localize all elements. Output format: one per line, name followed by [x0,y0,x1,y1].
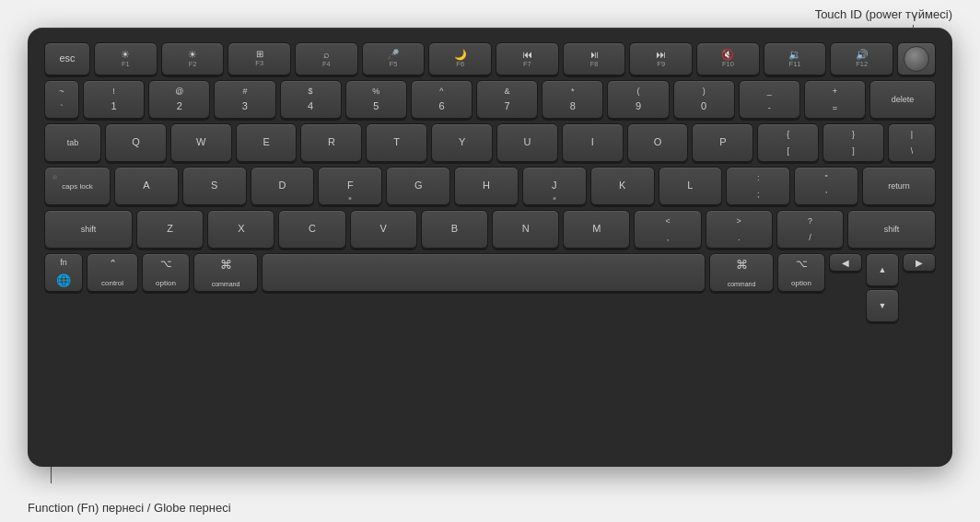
key-x[interactable]: X [207,210,274,249]
key-return[interactable]: return [862,167,936,205]
key-bracket-open[interactable]: { [ [757,123,819,162]
key-v[interactable]: V [350,210,417,249]
key-f1[interactable]: ☀ F1 [94,42,158,75]
key-period[interactable]: > . [706,210,773,249]
key-arrow-up[interactable]: ▲ [866,253,899,286]
key-c[interactable]: C [278,210,345,249]
key-f9[interactable]: ⏭ F9 [629,42,693,75]
tab-row: tab Q W E R T Y U I O P { [ } ] [44,123,936,162]
key-a[interactable]: A [114,167,179,205]
key-w[interactable]: W [170,123,232,162]
key-backtick[interactable]: ~ ` [44,80,79,119]
key-p[interactable]: P [692,123,753,162]
fn-globe-label: Function (Fn) пернесі / Globe пернесі [28,501,231,515]
key-f11[interactable]: 🔉 F11 [764,42,827,75]
keyboard-rows: esc ☀ F1 ☀ F2 ⊞ F3 ⌕ F4 🎤 F5 [44,42,936,454]
key-2[interactable]: @ 2 [148,80,210,119]
key-quote[interactable]: " ' [794,167,858,205]
key-fn[interactable]: fn 🌐 [44,253,83,292]
key-command-right[interactable]: ⌘ command [709,253,774,292]
key-backslash[interactable]: | \ [888,123,936,162]
key-g[interactable]: G [386,167,450,205]
key-f7[interactable]: ⏮ F7 [496,42,559,75]
key-touchid[interactable] [897,42,936,75]
key-q[interactable]: Q [105,123,167,162]
key-j[interactable]: J [522,167,587,205]
bottom-row: fn 🌐 ⌃ control ⌥ option ⌘ command ⌘ comm… [44,253,936,322]
key-8[interactable]: * 8 [542,80,603,119]
key-f8[interactable]: ⏯ F8 [563,42,626,75]
key-b[interactable]: B [421,210,488,249]
caps-row: caps lock A S D F G H J K L : ; [44,167,936,205]
key-f[interactable]: F [318,167,382,205]
key-f10[interactable]: 🔇 F10 [696,42,760,75]
caps-indicator [52,175,57,180]
key-o[interactable]: O [627,123,689,162]
key-5[interactable]: % 5 [345,80,407,119]
key-1[interactable]: ! 1 [83,80,145,119]
num-row: ~ ` ! 1 @ 2 # 3 [44,80,936,119]
touchid-label: Touch ID (power түймесі) [815,7,952,21]
key-m[interactable]: M [563,210,630,249]
key-k[interactable]: K [590,167,655,205]
key-option-right[interactable]: ⌥ option [777,253,825,292]
key-3[interactable]: # 3 [214,80,275,119]
key-slash[interactable]: ? / [776,210,844,249]
key-semicolon[interactable]: : ; [726,167,790,205]
key-esc[interactable]: esc [44,42,90,75]
key-shift-left[interactable]: shift [44,210,133,249]
key-f12[interactable]: 🔊 F12 [830,42,893,75]
key-arrow-right[interactable]: ▶ [903,253,936,272]
key-equals[interactable]: + = [804,80,866,119]
key-n[interactable]: N [492,210,559,249]
key-9[interactable]: ( 9 [607,80,669,119]
key-t[interactable]: T [366,123,427,162]
key-bracket-close[interactable]: } ] [822,123,884,162]
key-tab[interactable]: tab [44,123,101,162]
shift-row: shift Z X C V B N M < , > . [44,210,936,249]
key-option-left[interactable]: ⌥ option [142,253,190,292]
key-comma[interactable]: < , [634,210,701,249]
key-4[interactable]: $ 4 [280,80,342,119]
key-y[interactable]: Y [431,123,493,162]
key-h[interactable]: H [454,167,519,205]
key-s[interactable]: S [182,167,247,205]
key-space[interactable] [262,253,706,292]
key-delete[interactable]: delete [869,80,936,119]
touchid-circle [904,46,929,72]
arrow-up-down-group: ▲ ▼ [866,253,899,322]
key-7[interactable]: & 7 [476,80,538,119]
key-r[interactable]: R [300,123,362,162]
key-command-left[interactable]: ⌘ command [193,253,258,292]
keyboard: esc ☀ F1 ☀ F2 ⊞ F3 ⌕ F4 🎤 F5 [28,28,952,467]
key-z[interactable]: Z [136,210,204,249]
key-d[interactable]: D [251,167,315,205]
key-caps-lock[interactable]: caps lock [44,167,111,205]
key-i[interactable]: I [562,123,624,162]
key-arrow-left[interactable]: ◀ [829,253,862,272]
key-f4[interactable]: ⌕ F4 [295,42,358,75]
key-u[interactable]: U [496,123,558,162]
key-f6[interactable]: 🌙 F6 [428,42,492,75]
key-minus[interactable]: _ - [739,80,800,119]
key-control[interactable]: ⌃ control [87,253,138,292]
fn-row: esc ☀ F1 ☀ F2 ⊞ F3 ⌕ F4 🎤 F5 [44,42,936,75]
key-f3[interactable]: ⊞ F3 [228,42,291,75]
key-arrow-down[interactable]: ▼ [866,289,899,322]
key-l[interactable]: L [659,167,723,205]
key-f2[interactable]: ☀ F2 [161,42,225,75]
key-f5[interactable]: 🎤 F5 [362,42,426,75]
key-6[interactable]: ^ 6 [411,80,472,119]
key-shift-right[interactable]: shift [847,210,936,249]
key-e[interactable]: E [236,123,298,162]
key-0[interactable]: ) 0 [673,80,735,119]
